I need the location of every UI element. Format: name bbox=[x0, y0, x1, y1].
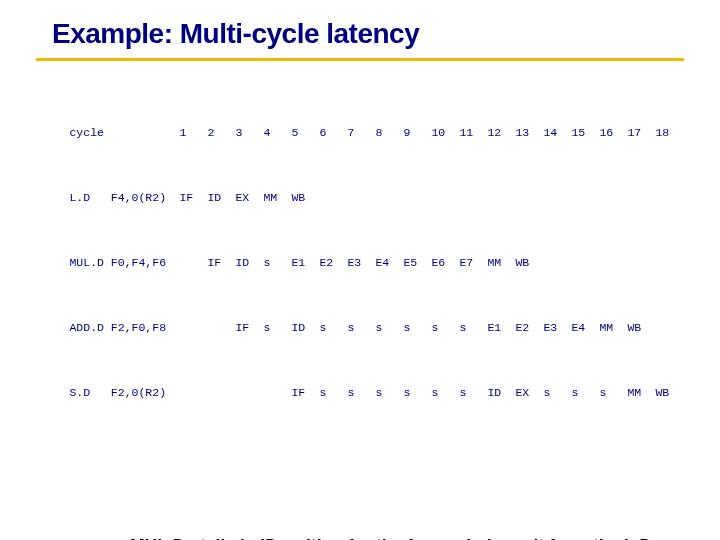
stage-cell: s bbox=[459, 321, 487, 334]
cycle-col: 7 bbox=[347, 126, 375, 139]
cycle-col: 16 bbox=[599, 126, 627, 139]
stage-cell: s bbox=[375, 321, 403, 334]
title-underline bbox=[36, 58, 684, 61]
pipeline-row-ld: L.D F4,0(R2)IFIDEXMMWB bbox=[28, 178, 720, 217]
stage-cell: s bbox=[375, 386, 403, 399]
stage-cell: IF bbox=[179, 191, 207, 204]
cycle-col: 8 bbox=[375, 126, 403, 139]
stage-cell: IF bbox=[291, 386, 319, 399]
stage-cell: E2 bbox=[319, 256, 347, 269]
cycle-col: 17 bbox=[627, 126, 655, 139]
stage-cell: s bbox=[319, 386, 347, 399]
cycle-col: 12 bbox=[487, 126, 515, 139]
cycle-col: 15 bbox=[571, 126, 599, 139]
stage-cell: s bbox=[263, 321, 291, 334]
stage-cell: ID bbox=[487, 386, 515, 399]
cycle-col: 1 bbox=[179, 126, 207, 139]
instr-label: ADD.D F2,F0,F8 bbox=[69, 321, 179, 334]
stage-cell: s bbox=[263, 256, 291, 269]
pipeline-header-row: cycle123456789101112131415161718 bbox=[28, 113, 720, 152]
cycle-col: 13 bbox=[515, 126, 543, 139]
stage-cell: E7 bbox=[459, 256, 487, 269]
pipeline-row-sd: S.D F2,0(R2)IFssssssIDEXsssMMWB bbox=[28, 373, 720, 412]
stage-cell: IF bbox=[235, 321, 263, 334]
cycle-col: 14 bbox=[543, 126, 571, 139]
bullet-list: MUL.D stalls in ID waiting for the forwa… bbox=[68, 536, 660, 540]
stage-cell: ID bbox=[235, 256, 263, 269]
cycle-col: 10 bbox=[431, 126, 459, 139]
title-wrap: Example: Multi-cycle latency bbox=[0, 18, 720, 52]
stage-cell: s bbox=[347, 386, 375, 399]
stage-cell: s bbox=[431, 386, 459, 399]
cycle-col: 4 bbox=[263, 126, 291, 139]
cycle-col: 18 bbox=[655, 126, 683, 139]
bullet-item: MUL.D stalls in ID waiting for the forwa… bbox=[108, 536, 660, 540]
stage-cell: E4 bbox=[375, 256, 403, 269]
stage-cell: s bbox=[347, 321, 375, 334]
instr-label: S.D F2,0(R2) bbox=[69, 386, 179, 399]
pipeline-row-muld: MUL.D F0,F4,F6IFIDsE1E2E3E4E5E6E7MMWB bbox=[28, 243, 720, 282]
stage-cell: s bbox=[403, 321, 431, 334]
stage-cell: E3 bbox=[347, 256, 375, 269]
stage-cell: s bbox=[319, 321, 347, 334]
stage-cell: E4 bbox=[571, 321, 599, 334]
cycle-col: 2 bbox=[207, 126, 235, 139]
stage-cell: E1 bbox=[487, 321, 515, 334]
cycle-col: 11 bbox=[459, 126, 487, 139]
pipeline-table: cycle123456789101112131415161718 L.D F4,… bbox=[28, 87, 720, 438]
stage-cell: WB bbox=[627, 321, 655, 334]
stage-cell: MM bbox=[627, 386, 655, 399]
page-title: Example: Multi-cycle latency bbox=[52, 18, 684, 50]
stage-cell: E6 bbox=[431, 256, 459, 269]
stage-cell: MM bbox=[487, 256, 515, 269]
stage-cell: WB bbox=[291, 191, 319, 204]
stage-cell: s bbox=[403, 386, 431, 399]
stage-cell: E5 bbox=[403, 256, 431, 269]
stage-cell: E3 bbox=[543, 321, 571, 334]
stage-cell: EX bbox=[235, 191, 263, 204]
stage-cell: s bbox=[431, 321, 459, 334]
stage-cell: MM bbox=[599, 321, 627, 334]
cycle-col: 6 bbox=[319, 126, 347, 139]
stage-cell: s bbox=[459, 386, 487, 399]
stage-cell: WB bbox=[655, 386, 683, 399]
cycle-col: 5 bbox=[291, 126, 319, 139]
stage-cell: IF bbox=[207, 256, 235, 269]
cycle-col: 9 bbox=[403, 126, 431, 139]
stage-cell: E1 bbox=[291, 256, 319, 269]
pipeline-header-label: cycle bbox=[69, 126, 179, 139]
stage-cell: ID bbox=[291, 321, 319, 334]
instr-label: MUL.D F0,F4,F6 bbox=[69, 256, 179, 269]
stage-cell: EX bbox=[515, 386, 543, 399]
stage-cell: s bbox=[543, 386, 571, 399]
stage-cell: WB bbox=[515, 256, 543, 269]
stage-cell: MM bbox=[263, 191, 291, 204]
stage-cell: ID bbox=[207, 191, 235, 204]
pipeline-row-addd: ADD.D F2,F0,F8IFsIDssssssE1E2E3E4MMWB bbox=[28, 308, 720, 347]
stage-cell: s bbox=[599, 386, 627, 399]
stage-cell: s bbox=[571, 386, 599, 399]
slide: Example: Multi-cycle latency cycle123456… bbox=[0, 0, 720, 540]
cycle-col: 3 bbox=[235, 126, 263, 139]
instr-label: L.D F4,0(R2) bbox=[69, 191, 179, 204]
stage-cell: E2 bbox=[515, 321, 543, 334]
